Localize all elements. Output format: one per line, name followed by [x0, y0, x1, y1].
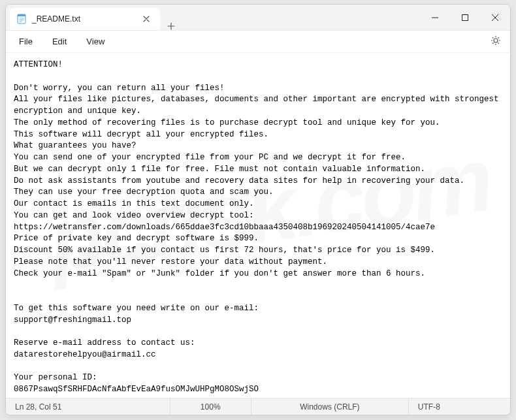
tab-readme[interactable]: _README.txt	[10, 8, 160, 30]
notepad-window: _README.txt File Edit View	[5, 4, 511, 415]
new-tab-button[interactable]	[160, 22, 182, 30]
status-line-ending[interactable]: Windows (CRLF)	[251, 398, 409, 415]
settings-button[interactable]	[485, 33, 506, 51]
document-content: ATTENTION! Don't worry, you can return a…	[14, 59, 502, 396]
status-cursor-position[interactable]: Ln 28, Col 51	[6, 398, 170, 415]
status-zoom[interactable]: 100%	[170, 398, 251, 415]
menu-view[interactable]: View	[77, 34, 114, 49]
gear-icon	[491, 35, 501, 46]
minimize-button[interactable]	[420, 5, 450, 31]
tab-strip: _README.txt	[6, 5, 420, 30]
maximize-button[interactable]	[450, 5, 480, 31]
statusbar: Ln 28, Col 51 100% Windows (CRLF) UTF-8	[6, 398, 510, 415]
menu-edit[interactable]: Edit	[43, 34, 76, 49]
text-editor-area[interactable]: ATTENTION! Don't worry, you can return a…	[6, 53, 510, 398]
menu-file[interactable]: File	[10, 34, 42, 49]
menubar: File Edit View	[6, 31, 510, 53]
tab-title: _README.txt	[32, 14, 134, 24]
svg-rect-1	[18, 14, 25, 16]
window-controls	[420, 5, 510, 30]
close-tab-button[interactable]	[139, 12, 153, 25]
close-window-button[interactable]	[480, 5, 510, 31]
notepad-icon	[16, 14, 27, 24]
status-encoding[interactable]: UTF-8	[409, 398, 510, 415]
svg-rect-6	[462, 15, 468, 21]
titlebar: _README.txt	[6, 5, 510, 31]
